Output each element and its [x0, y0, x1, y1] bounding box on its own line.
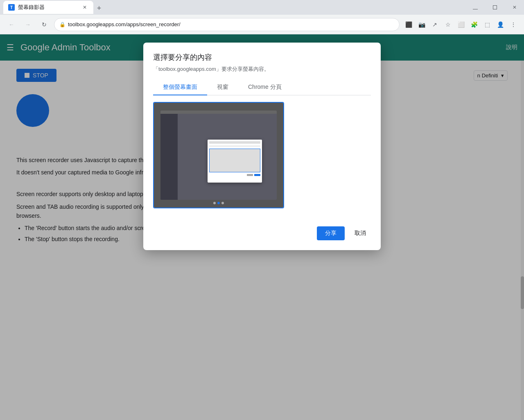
url-bar[interactable]: 🔒 toolbox.googleapps.com/apps/screen_rec…	[54, 18, 400, 31]
adblock-icon[interactable]: ⬜	[455, 19, 467, 30]
tab-window[interactable]: 視窗	[207, 79, 238, 95]
toolbar-icons: ⬛ 📷 ↗ ☆ ⬜ 🧩 ⬚ 👤 ⋮	[403, 19, 519, 30]
share-screen-dialog: 選擇要分享的內容 「toolbox.googleapps.com」要求分享螢幕內…	[143, 43, 381, 250]
forward-button[interactable]: →	[21, 18, 34, 31]
new-tab-button[interactable]: +	[93, 2, 105, 14]
tab-title: 螢幕錄影器	[18, 4, 45, 11]
back-button[interactable]: ←	[5, 18, 18, 31]
dialog-title: 選擇要分享的內容	[153, 52, 371, 62]
dialog-content	[153, 102, 371, 217]
cast-icon[interactable]: ⬛	[403, 19, 414, 30]
reload-button[interactable]: ↻	[38, 18, 51, 31]
account-icon[interactable]: 👤	[495, 19, 506, 30]
tab-icon[interactable]: ⬚	[481, 19, 493, 30]
dialog-footer: 分享 取消	[153, 226, 371, 240]
tab-entire-screen[interactable]: 整個螢幕畫面	[153, 79, 207, 95]
dialog-overlay: 選擇要分享的內容 「toolbox.googleapps.com」要求分享螢幕內…	[0, 34, 524, 420]
mini-body	[160, 114, 277, 200]
browser-tab[interactable]: T 螢幕錄影器 ✕	[3, 1, 93, 14]
screen-preview[interactable]	[153, 102, 284, 208]
dot-3	[221, 202, 224, 204]
dot-2	[217, 202, 220, 204]
cancel-button[interactable]: 取消	[350, 226, 371, 240]
lock-icon: 🔒	[59, 22, 66, 27]
page-area: ☰ Google Admin Toolbox 說明 STOP n Definit…	[0, 34, 524, 420]
minimize-button[interactable]	[466, 0, 485, 15]
mini-top-bar	[160, 111, 277, 114]
tab-chrome-tab[interactable]: Chrome 分頁	[238, 79, 291, 95]
menu-icon[interactable]: ⋮	[508, 19, 519, 30]
bookmark-icon[interactable]: ☆	[442, 19, 454, 30]
dot-1	[213, 202, 216, 204]
share-button[interactable]: 分享	[317, 226, 345, 240]
dialog-tab-bar: 整個螢幕畫面 視窗 Chrome 分頁	[153, 79, 371, 95]
screenshot-icon[interactable]: 📷	[416, 19, 427, 30]
share-icon[interactable]: ↗	[429, 19, 440, 30]
mini-sidebar	[160, 114, 178, 200]
address-bar: ← → ↻ 🔒 toolbox.googleapps.com/apps/scre…	[0, 15, 524, 34]
tab-favicon: T	[8, 4, 15, 11]
window-controls: ✕	[466, 0, 524, 15]
restore-button[interactable]	[486, 0, 504, 15]
browser-window: T 螢幕錄影器 ✕ + ✕ ← → ↻ 🔒 toolbox.googleapps…	[0, 0, 524, 420]
dialog-subtitle: 「toolbox.googleapps.com」要求分享螢幕內容。	[153, 65, 371, 73]
puzzle-icon[interactable]: 🧩	[468, 19, 480, 30]
mini-screenshot	[160, 111, 277, 200]
tab-close-button[interactable]: ✕	[81, 4, 88, 11]
url-text: toolbox.googleapps.com/apps/screen_recor…	[68, 21, 394, 27]
close-button[interactable]: ✕	[505, 0, 524, 15]
preview-dots	[213, 202, 224, 204]
mini-inner-dialog	[208, 140, 262, 183]
